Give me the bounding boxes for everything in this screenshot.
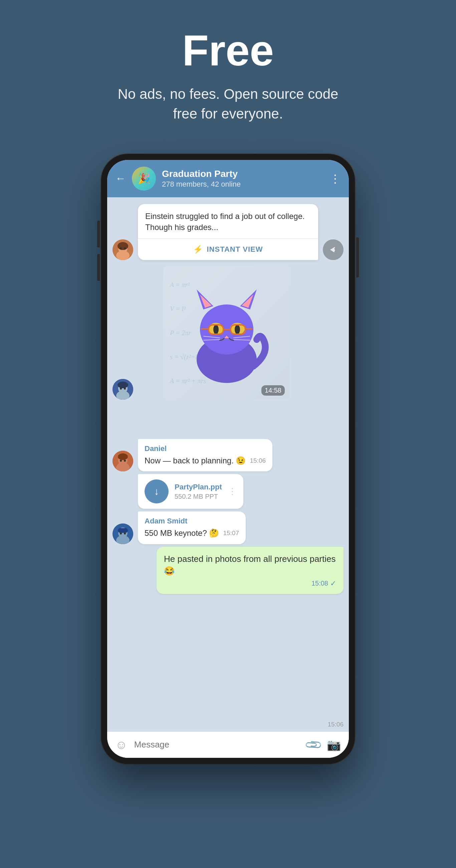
user-avatar-2 (113, 379, 133, 400)
sticker-row: A = πr² V = l³ P = 2πr s = √(r²+h²) A = … (113, 266, 343, 400)
sticker-background: A = πr² V = l³ P = 2πr s = √(r²+h²) A = … (163, 266, 290, 400)
file-bubble: ↓ PartyPlan.ppt 550.2 MB PPT ⋮ 15:06 (138, 474, 243, 509)
phone-screen: ← 🎉 Graduation Party 278 members, 42 onl… (107, 160, 349, 758)
article-message-row: Einstein struggled to find a job out of … (113, 204, 343, 260)
emoji-button[interactable]: ☺ (115, 738, 127, 752)
article-preview-text: Einstein struggled to find a job out of … (138, 204, 318, 238)
svg-point-21 (235, 325, 240, 334)
instant-view-button[interactable]: ⚡ INSTANT VIEW (138, 238, 318, 260)
adam-message-time: 15:07 (223, 529, 239, 537)
download-icon[interactable]: ↓ (145, 479, 169, 503)
chat-header: ← 🎉 Graduation Party 278 members, 42 onl… (107, 160, 349, 197)
article-message: Einstein struggled to find a job out of … (138, 204, 318, 260)
cat-sticker (177, 279, 277, 386)
svg-point-10 (120, 388, 122, 390)
svg-point-4 (120, 247, 122, 249)
group-avatar: 🎉 (132, 166, 156, 191)
sent-time-row: 15:08 ✓ (164, 579, 336, 588)
file-time: 15:06 (328, 721, 343, 728)
group-members: 278 members, 42 online (162, 180, 324, 189)
adam-sender-name: Adam Smidt (145, 517, 239, 525)
sent-message-row: He pasted in photos from all previous pa… (113, 547, 343, 594)
file-message-row: ↓ PartyPlan.ppt 550.2 MB PPT ⋮ 15:06 (113, 474, 343, 509)
group-info: Graduation Party 278 members, 42 online (162, 168, 324, 189)
article-bubble: Einstein struggled to find a job out of … (138, 204, 318, 260)
sticker-timestamp: 14:58 (262, 385, 285, 396)
svg-point-20 (213, 325, 219, 334)
svg-point-36 (120, 460, 122, 462)
svg-point-3 (118, 242, 128, 250)
svg-point-37 (124, 460, 126, 462)
sent-bubble: He pasted in photos from all previous pa… (157, 547, 343, 594)
adam-bubble: Adam Smidt 550 MB keynote? 🤔 15:07 (138, 512, 246, 544)
chat-body: Einstein struggled to find a job out of … (107, 197, 349, 732)
volume-button-down (97, 254, 100, 281)
svg-point-42 (120, 532, 122, 534)
svg-rect-41 (118, 528, 128, 533)
sticker-container: A = πr² V = l³ P = 2πr s = √(r²+h²) A = … (163, 266, 290, 400)
svg-point-11 (124, 388, 126, 390)
svg-point-43 (124, 532, 126, 534)
hero-section: Free No ads, no fees. Open source code f… (0, 0, 456, 144)
adam-message-text: 550 MB keynote? 🤔 (145, 528, 219, 537)
power-button (356, 237, 359, 277)
phone-frame: ← 🎉 Graduation Party 278 members, 42 onl… (101, 154, 355, 764)
file-menu-button[interactable]: ⋮ (228, 487, 237, 497)
user-avatar-3 (113, 451, 133, 471)
daniel-bubble: Daniel Now — back to planning. 😉 15:06 (138, 439, 272, 472)
file-info: PartyPlan.ppt 550.2 MB PPT (175, 483, 222, 500)
sent-message-text: He pasted in photos from all previous pa… (164, 554, 336, 576)
camera-button[interactable]: 📷 (327, 738, 341, 751)
user-avatar-4 (113, 524, 133, 544)
daniel-message-time: 15:06 (250, 457, 266, 464)
sticker-area: A = πr² V = l³ P = 2πr s = √(r²+h²) A = … (113, 266, 343, 433)
svg-point-35 (118, 453, 128, 460)
hero-subtitle: No ads, no fees. Open source code free f… (111, 85, 345, 124)
phone-wrapper: ← 🎉 Graduation Party 278 members, 42 onl… (101, 154, 355, 764)
daniel-message-text: Now — back to planning. 😉 (145, 456, 246, 465)
message-input[interactable] (134, 740, 299, 750)
file-size: 550.2 MB PPT (175, 493, 222, 500)
back-button[interactable]: ← (115, 172, 126, 185)
check-icon: ✓ (330, 579, 336, 588)
user-avatar-1 (113, 239, 133, 260)
daniel-sender-name: Daniel (145, 444, 266, 453)
sent-message-time: 15:08 (311, 580, 328, 587)
svg-point-2 (116, 251, 129, 260)
svg-point-9 (118, 381, 128, 388)
group-name: Graduation Party (162, 168, 324, 179)
header-menu-button[interactable]: ⋮ (330, 172, 341, 185)
share-button[interactable] (323, 239, 343, 260)
instant-view-label: INSTANT VIEW (207, 245, 263, 254)
attach-button[interactable]: 📎 (303, 735, 323, 754)
adam-message-row: Adam Smidt 550 MB keynote? 🤔 15:07 (113, 512, 343, 544)
lightning-icon: ⚡ (193, 245, 203, 254)
daniel-message-row: Daniel Now — back to planning. 😉 15:06 (113, 439, 343, 472)
file-name: PartyPlan.ppt (175, 483, 222, 491)
volume-button-up (97, 221, 100, 247)
input-bar: ☺ 📎 📷 (107, 732, 349, 758)
hero-title: Free (13, 27, 443, 74)
svg-point-5 (124, 247, 126, 249)
